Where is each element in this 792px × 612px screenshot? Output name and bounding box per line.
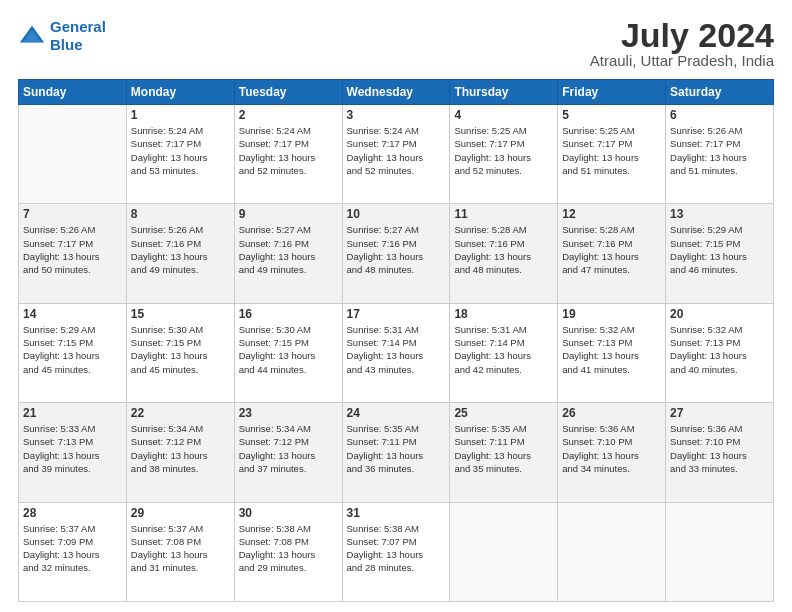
- day-number: 30: [239, 506, 338, 520]
- calendar-cell: 18Sunrise: 5:31 AMSunset: 7:14 PMDayligh…: [450, 303, 558, 402]
- day-number: 20: [670, 307, 769, 321]
- calendar-cell: 1Sunrise: 5:24 AMSunset: 7:17 PMDaylight…: [126, 105, 234, 204]
- day-number: 23: [239, 406, 338, 420]
- calendar-cell: 4Sunrise: 5:25 AMSunset: 7:17 PMDaylight…: [450, 105, 558, 204]
- calendar-week-row: 28Sunrise: 5:37 AMSunset: 7:09 PMDayligh…: [19, 502, 774, 601]
- day-number: 22: [131, 406, 230, 420]
- col-header-wednesday: Wednesday: [342, 80, 450, 105]
- day-number: 27: [670, 406, 769, 420]
- calendar-table: SundayMondayTuesdayWednesdayThursdayFrid…: [18, 79, 774, 602]
- day-info: Sunrise: 5:25 AMSunset: 7:17 PMDaylight:…: [454, 124, 553, 177]
- day-info: Sunrise: 5:36 AMSunset: 7:10 PMDaylight:…: [562, 422, 661, 475]
- day-number: 31: [347, 506, 446, 520]
- day-info: Sunrise: 5:29 AMSunset: 7:15 PMDaylight:…: [23, 323, 122, 376]
- day-number: 3: [347, 108, 446, 122]
- day-info: Sunrise: 5:27 AMSunset: 7:16 PMDaylight:…: [239, 223, 338, 276]
- day-number: 16: [239, 307, 338, 321]
- calendar-cell: 8Sunrise: 5:26 AMSunset: 7:16 PMDaylight…: [126, 204, 234, 303]
- calendar-cell: 13Sunrise: 5:29 AMSunset: 7:15 PMDayligh…: [666, 204, 774, 303]
- page: General Blue July 2024 Atrauli, Uttar Pr…: [0, 0, 792, 612]
- day-info: Sunrise: 5:35 AMSunset: 7:11 PMDaylight:…: [454, 422, 553, 475]
- logo-text: General Blue: [50, 18, 106, 54]
- day-number: 17: [347, 307, 446, 321]
- calendar-cell: 23Sunrise: 5:34 AMSunset: 7:12 PMDayligh…: [234, 403, 342, 502]
- day-number: 8: [131, 207, 230, 221]
- day-info: Sunrise: 5:32 AMSunset: 7:13 PMDaylight:…: [670, 323, 769, 376]
- day-number: 19: [562, 307, 661, 321]
- day-info: Sunrise: 5:26 AMSunset: 7:17 PMDaylight:…: [23, 223, 122, 276]
- col-header-sunday: Sunday: [19, 80, 127, 105]
- day-number: 18: [454, 307, 553, 321]
- day-info: Sunrise: 5:36 AMSunset: 7:10 PMDaylight:…: [670, 422, 769, 475]
- day-info: Sunrise: 5:26 AMSunset: 7:16 PMDaylight:…: [131, 223, 230, 276]
- day-info: Sunrise: 5:37 AMSunset: 7:09 PMDaylight:…: [23, 522, 122, 575]
- day-number: 13: [670, 207, 769, 221]
- day-number: 7: [23, 207, 122, 221]
- col-header-thursday: Thursday: [450, 80, 558, 105]
- col-header-tuesday: Tuesday: [234, 80, 342, 105]
- day-info: Sunrise: 5:32 AMSunset: 7:13 PMDaylight:…: [562, 323, 661, 376]
- calendar-week-row: 1Sunrise: 5:24 AMSunset: 7:17 PMDaylight…: [19, 105, 774, 204]
- day-number: 5: [562, 108, 661, 122]
- day-number: 9: [239, 207, 338, 221]
- day-number: 2: [239, 108, 338, 122]
- day-number: 4: [454, 108, 553, 122]
- day-number: 12: [562, 207, 661, 221]
- day-info: Sunrise: 5:26 AMSunset: 7:17 PMDaylight:…: [670, 124, 769, 177]
- calendar-cell: 9Sunrise: 5:27 AMSunset: 7:16 PMDaylight…: [234, 204, 342, 303]
- day-number: 6: [670, 108, 769, 122]
- day-info: Sunrise: 5:30 AMSunset: 7:15 PMDaylight:…: [131, 323, 230, 376]
- calendar-cell: 25Sunrise: 5:35 AMSunset: 7:11 PMDayligh…: [450, 403, 558, 502]
- title-block: July 2024 Atrauli, Uttar Pradesh, India: [590, 18, 774, 69]
- logo-line1: General: [50, 18, 106, 35]
- calendar-cell: 27Sunrise: 5:36 AMSunset: 7:10 PMDayligh…: [666, 403, 774, 502]
- logo-icon: [18, 22, 46, 50]
- day-number: 28: [23, 506, 122, 520]
- col-header-monday: Monday: [126, 80, 234, 105]
- calendar-cell: 19Sunrise: 5:32 AMSunset: 7:13 PMDayligh…: [558, 303, 666, 402]
- day-number: 24: [347, 406, 446, 420]
- day-info: Sunrise: 5:31 AMSunset: 7:14 PMDaylight:…: [454, 323, 553, 376]
- calendar-cell: [450, 502, 558, 601]
- calendar-cell: 29Sunrise: 5:37 AMSunset: 7:08 PMDayligh…: [126, 502, 234, 601]
- day-info: Sunrise: 5:29 AMSunset: 7:15 PMDaylight:…: [670, 223, 769, 276]
- calendar-cell: 15Sunrise: 5:30 AMSunset: 7:15 PMDayligh…: [126, 303, 234, 402]
- calendar-week-row: 7Sunrise: 5:26 AMSunset: 7:17 PMDaylight…: [19, 204, 774, 303]
- calendar-cell: 6Sunrise: 5:26 AMSunset: 7:17 PMDaylight…: [666, 105, 774, 204]
- day-info: Sunrise: 5:34 AMSunset: 7:12 PMDaylight:…: [239, 422, 338, 475]
- day-info: Sunrise: 5:33 AMSunset: 7:13 PMDaylight:…: [23, 422, 122, 475]
- calendar-cell: 11Sunrise: 5:28 AMSunset: 7:16 PMDayligh…: [450, 204, 558, 303]
- day-number: 10: [347, 207, 446, 221]
- col-header-friday: Friday: [558, 80, 666, 105]
- logo: General Blue: [18, 18, 106, 54]
- day-info: Sunrise: 5:24 AMSunset: 7:17 PMDaylight:…: [347, 124, 446, 177]
- calendar-cell: 31Sunrise: 5:38 AMSunset: 7:07 PMDayligh…: [342, 502, 450, 601]
- day-info: Sunrise: 5:37 AMSunset: 7:08 PMDaylight:…: [131, 522, 230, 575]
- day-number: 26: [562, 406, 661, 420]
- page-subtitle: Atrauli, Uttar Pradesh, India: [590, 52, 774, 69]
- calendar-cell: [666, 502, 774, 601]
- page-title: July 2024: [590, 18, 774, 52]
- day-info: Sunrise: 5:38 AMSunset: 7:07 PMDaylight:…: [347, 522, 446, 575]
- calendar-cell: 22Sunrise: 5:34 AMSunset: 7:12 PMDayligh…: [126, 403, 234, 502]
- calendar-cell: 12Sunrise: 5:28 AMSunset: 7:16 PMDayligh…: [558, 204, 666, 303]
- day-info: Sunrise: 5:34 AMSunset: 7:12 PMDaylight:…: [131, 422, 230, 475]
- day-info: Sunrise: 5:35 AMSunset: 7:11 PMDaylight:…: [347, 422, 446, 475]
- calendar-cell: 30Sunrise: 5:38 AMSunset: 7:08 PMDayligh…: [234, 502, 342, 601]
- day-info: Sunrise: 5:24 AMSunset: 7:17 PMDaylight:…: [239, 124, 338, 177]
- calendar-cell: 28Sunrise: 5:37 AMSunset: 7:09 PMDayligh…: [19, 502, 127, 601]
- day-number: 25: [454, 406, 553, 420]
- calendar-cell: 16Sunrise: 5:30 AMSunset: 7:15 PMDayligh…: [234, 303, 342, 402]
- calendar-cell: 21Sunrise: 5:33 AMSunset: 7:13 PMDayligh…: [19, 403, 127, 502]
- day-number: 11: [454, 207, 553, 221]
- calendar-cell: [19, 105, 127, 204]
- calendar-cell: 26Sunrise: 5:36 AMSunset: 7:10 PMDayligh…: [558, 403, 666, 502]
- calendar-cell: 17Sunrise: 5:31 AMSunset: 7:14 PMDayligh…: [342, 303, 450, 402]
- calendar-cell: 24Sunrise: 5:35 AMSunset: 7:11 PMDayligh…: [342, 403, 450, 502]
- calendar-cell: 10Sunrise: 5:27 AMSunset: 7:16 PMDayligh…: [342, 204, 450, 303]
- calendar-cell: 2Sunrise: 5:24 AMSunset: 7:17 PMDaylight…: [234, 105, 342, 204]
- header: General Blue July 2024 Atrauli, Uttar Pr…: [18, 18, 774, 69]
- day-info: Sunrise: 5:25 AMSunset: 7:17 PMDaylight:…: [562, 124, 661, 177]
- col-header-saturday: Saturday: [666, 80, 774, 105]
- day-info: Sunrise: 5:31 AMSunset: 7:14 PMDaylight:…: [347, 323, 446, 376]
